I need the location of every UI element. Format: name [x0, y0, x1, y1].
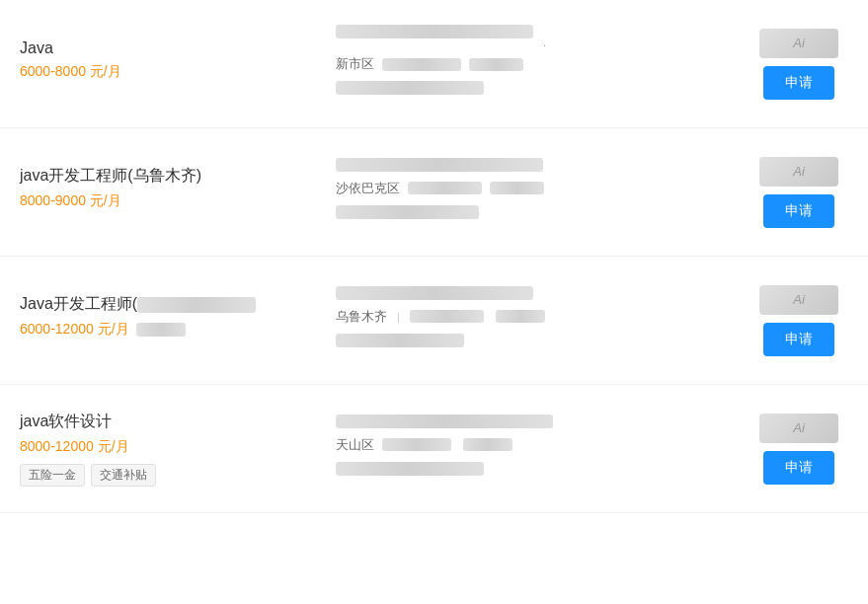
- location-text: 天山区: [336, 436, 374, 454]
- job-left-section: java软件设计 8000-12000 元/月 五险一金 交通补贴: [20, 412, 316, 487]
- location-detail-blur: [382, 58, 461, 71]
- ai-label: Ai: [793, 164, 805, 179]
- location-detail-blur2: [463, 438, 513, 451]
- ai-label: Ai: [793, 36, 805, 50]
- job-right-section: Ai 申请: [750, 29, 848, 100]
- job-middle-section: . 新市区: [316, 25, 750, 103]
- dot-decoration: .: [543, 37, 546, 48]
- job-title-blur: [137, 297, 256, 313]
- company-name-blur: [336, 286, 533, 300]
- company-bottom-blur: [336, 462, 484, 476]
- job-left-section: java开发工程师(乌鲁木齐) 8000-9000 元/月: [20, 166, 316, 218]
- job-middle-section: 天山区: [316, 415, 750, 484]
- company-name-blur: [336, 158, 543, 172]
- tag-wuxian: 五险一金: [20, 464, 85, 487]
- ai-badge: Ai: [759, 29, 838, 58]
- location-detail-blur2: [496, 310, 545, 323]
- company-top-row: [336, 415, 730, 428]
- job-title: Java开发工程师(: [20, 294, 296, 315]
- job-item: Java 6000-8000 元/月 . 新市区 Ai 申请: [0, 0, 868, 128]
- ai-badge: Ai: [759, 285, 838, 315]
- job-title: java开发工程师(乌鲁木齐): [20, 166, 296, 187]
- company-name-blur: [336, 415, 553, 428]
- tag-jiaotong: 交通补贴: [91, 464, 156, 487]
- job-title: java软件设计: [20, 412, 296, 432]
- apply-button[interactable]: 申请: [763, 66, 834, 100]
- apply-button[interactable]: 申请: [763, 323, 834, 356]
- location-detail-blur: [410, 310, 484, 323]
- job-title: Java: [20, 39, 296, 57]
- job-middle-section: 乌鲁木齐 |: [316, 286, 750, 355]
- job-list: Java 6000-8000 元/月 . 新市区 Ai 申请 java开发工程师…: [0, 0, 868, 513]
- job-left-section: Java 6000-8000 元/月: [20, 39, 316, 89]
- location-detail-blur: [408, 182, 482, 194]
- location-row: 天山区: [336, 436, 730, 454]
- job-salary: 6000-8000 元/月: [20, 63, 296, 81]
- company-bottom-blur: [336, 205, 479, 219]
- job-left-section: Java开发工程师( 6000-12000 元/月: [20, 294, 316, 346]
- location-row: 乌鲁木齐 |: [336, 308, 730, 326]
- job-salary: 8000-9000 元/月: [20, 192, 296, 210]
- job-salary: 8000-12000 元/月: [20, 438, 296, 456]
- company-top-row: [336, 286, 730, 300]
- ai-badge: Ai: [759, 414, 838, 443]
- job-right-section: Ai 申请: [750, 285, 848, 356]
- job-item: java开发工程师(乌鲁木齐) 8000-9000 元/月 沙依巴克区 Ai 申…: [0, 128, 868, 257]
- location-row: 沙依巴克区: [336, 180, 730, 197]
- location-text: 新市区: [336, 55, 374, 73]
- job-middle-section: 沙依巴克区: [316, 158, 750, 227]
- job-item: Java开发工程师( 6000-12000 元/月 乌鲁木齐 | Ai: [0, 257, 868, 385]
- job-salary: 6000-12000 元/月: [20, 321, 296, 339]
- company-name-blur: [336, 25, 533, 38]
- ai-label: Ai: [793, 292, 805, 307]
- location-text: 沙依巴克区: [336, 180, 400, 197]
- company-top-row: .: [336, 25, 730, 49]
- apply-button[interactable]: 申请: [763, 451, 834, 485]
- job-right-section: Ai 申请: [750, 414, 848, 485]
- location-row: 新市区: [336, 55, 730, 73]
- salary-extra-blur: [136, 323, 186, 337]
- company-bottom-blur: [336, 81, 484, 95]
- job-right-section: Ai 申请: [750, 157, 848, 228]
- job-salary-text: 6000-12000 元/月: [20, 321, 129, 337]
- location-detail-blur2: [490, 182, 544, 194]
- location-detail-blur: [382, 438, 451, 451]
- job-item: java软件设计 8000-12000 元/月 五险一金 交通补贴 天山区 Ai…: [0, 385, 868, 513]
- separator: |: [397, 311, 400, 323]
- ai-label: Ai: [793, 420, 805, 435]
- location-detail-blur2: [469, 58, 523, 71]
- apply-button[interactable]: 申请: [763, 194, 834, 228]
- company-bottom-blur: [336, 334, 464, 347]
- job-title-text: Java开发工程师(: [20, 295, 137, 312]
- location-text: 乌鲁木齐: [336, 308, 387, 326]
- company-top-row: [336, 158, 730, 172]
- job-tags: 五险一金 交通补贴: [20, 464, 296, 487]
- ai-badge: Ai: [759, 157, 838, 187]
